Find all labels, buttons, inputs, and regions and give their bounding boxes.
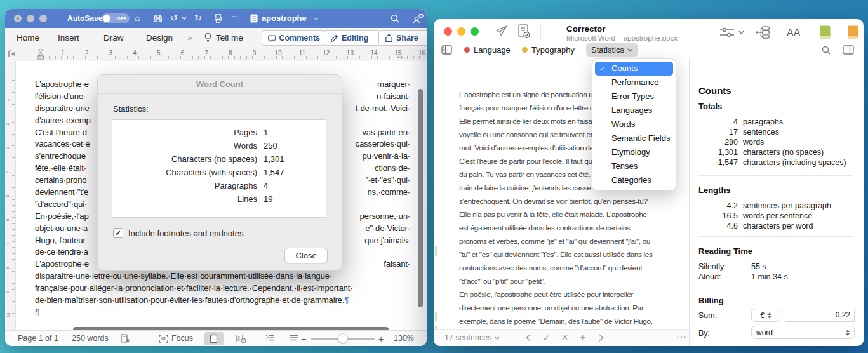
- reject-icon[interactable]: ×: [562, 332, 568, 343]
- focus-label[interactable]: Focus: [171, 334, 193, 343]
- undo-icon[interactable]: ↺: [170, 12, 178, 23]
- sidebar-right-icon[interactable]: [843, 45, 854, 55]
- tab-design[interactable]: Design: [146, 33, 173, 43]
- proofing-icon[interactable]: [121, 334, 130, 343]
- filters-chevron-icon[interactable]: [738, 30, 744, 35]
- view-print-layout-icon[interactable]: [210, 334, 218, 343]
- zoom-button[interactable]: [471, 27, 479, 36]
- panel-title: Counts: [698, 85, 731, 96]
- view-draft-icon[interactable]: [290, 335, 299, 342]
- zoom-slider-knob[interactable]: [338, 333, 348, 343]
- zoom-button[interactable]: [39, 15, 47, 22]
- statistics-label: Statistics:: [113, 104, 149, 114]
- tab-language[interactable]: Language: [474, 45, 511, 55]
- close-dialog-button[interactable]: Close: [284, 248, 328, 263]
- zoom-out-icon[interactable]: −: [301, 334, 306, 344]
- word-window: AutoSave OFF ⌂ ↺ ↻ ··· apostrophe: [5, 9, 427, 346]
- zoom-in-icon[interactable]: +: [378, 334, 384, 344]
- next-icon[interactable]: [599, 334, 604, 342]
- checkbox-check-icon[interactable]: ✓: [113, 228, 123, 238]
- menu-item-error-types[interactable]: Error Types: [595, 90, 673, 103]
- autosave-toggle[interactable]: OFF: [102, 13, 130, 23]
- divider: [698, 286, 853, 286]
- menu-item-counts[interactable]: ✓Counts: [595, 62, 673, 76]
- chevron-down-icon: [495, 336, 500, 340]
- share-button[interactable]: Share: [378, 30, 427, 46]
- minimize-button[interactable]: [27, 15, 34, 22]
- reading-time-rows: Silently:55 sAloud:1 min 34 s: [698, 262, 788, 282]
- filters-icon[interactable]: [719, 27, 735, 38]
- search-icon[interactable]: [821, 45, 831, 55]
- editing-button[interactable]: Editing: [324, 30, 381, 46]
- tab-selector-icon[interactable]: [8, 50, 15, 58]
- home-icon[interactable]: ⌂: [135, 12, 140, 23]
- add-icon[interactable]: +: [580, 332, 585, 343]
- undo-chevron-icon[interactable]: [182, 17, 187, 20]
- focus-icon[interactable]: [159, 335, 168, 343]
- typography-dot-icon: [522, 47, 528, 53]
- view-outline-icon[interactable]: [265, 335, 275, 342]
- close-button[interactable]: [14, 15, 22, 22]
- tab-statistics[interactable]: Statistics: [586, 43, 638, 57]
- more-toolbar-icon[interactable]: ···: [231, 10, 238, 22]
- vertical-ruler: 12345678910: [5, 61, 16, 330]
- ruler-number: 10: [275, 50, 282, 57]
- send-icon[interactable]: [495, 25, 508, 38]
- more-icon[interactable]: ···: [676, 331, 687, 342]
- connected-document: Microsoft Word – apostrophe.docx: [566, 34, 678, 42]
- vertical-scrollbar[interactable]: [418, 89, 423, 307]
- menu-item-tenses[interactable]: Tenses: [595, 159, 673, 173]
- horizontal-ruler[interactable]: 12345678910111213141516: [5, 48, 427, 62]
- menu-item-etymology[interactable]: Etymology: [595, 145, 673, 159]
- ruler-number: 7: [5, 243, 10, 245]
- search-icon[interactable]: [390, 13, 400, 23]
- tab-home[interactable]: Home: [17, 33, 39, 43]
- menu-item-languages[interactable]: Languages: [595, 103, 673, 117]
- text-size-icon[interactable]: AA: [787, 27, 800, 39]
- save-icon[interactable]: [154, 14, 163, 23]
- right-indent-marker[interactable]: [396, 53, 404, 59]
- document-title[interactable]: apostrophe: [262, 13, 307, 23]
- share-presence-icon[interactable]: [413, 13, 424, 23]
- first-line-indent-marker[interactable]: [37, 49, 44, 60]
- tab-draw[interactable]: Draw: [103, 33, 124, 43]
- sentence-count-dropdown[interactable]: 17 sentences: [444, 333, 500, 342]
- zoom-level[interactable]: 130%: [394, 334, 414, 343]
- word-count-dialog: Word Count Statistics: Pages1Words250Cha…: [97, 74, 342, 271]
- sum-input[interactable]: 0.22: [785, 309, 855, 322]
- autosave-label: AutoSave: [67, 14, 102, 23]
- minimize-button[interactable]: [457, 27, 465, 36]
- structure-icon[interactable]: [755, 25, 771, 40]
- redo-icon[interactable]: ↻: [194, 12, 202, 23]
- menu-item-categories[interactable]: Categories: [595, 173, 673, 187]
- tabs-overflow-icon[interactable]: »: [187, 33, 192, 43]
- green-book-icon[interactable]: [820, 25, 831, 39]
- page-indicator[interactable]: Page 1 of 1: [18, 334, 58, 343]
- menu-item-performance[interactable]: Performance: [595, 76, 673, 90]
- sidebar-left-icon[interactable]: [441, 45, 452, 55]
- by-value: word: [756, 328, 773, 337]
- word-count-row: Characters (no spaces)1,301: [112, 154, 326, 168]
- menu-check-icon: ✓: [599, 62, 605, 76]
- comments-button[interactable]: Comments: [262, 30, 326, 46]
- ruler-number: 7: [204, 50, 208, 57]
- statistics-box: Pages1Words250Characters (no spaces)1,30…: [112, 119, 326, 218]
- footnotes-checkbox[interactable]: ✓ Include footnotes and endnotes: [113, 228, 243, 238]
- menu-item-words[interactable]: Words: [595, 117, 673, 131]
- title-chevron-icon[interactable]: [314, 17, 319, 21]
- word-count-indicator[interactable]: 250 words: [72, 334, 109, 343]
- view-immersive-icon[interactable]: [236, 334, 246, 343]
- by-select[interactable]: word: [751, 326, 855, 339]
- document-area[interactable]: 12345678910 L'apostrophe·emarquer·l'élis…: [5, 61, 427, 330]
- orange-book-icon[interactable]: [848, 25, 858, 39]
- tellme-label[interactable]: Tell me: [216, 33, 243, 43]
- document-check-icon[interactable]: [516, 23, 531, 39]
- menu-item-semantic-fields[interactable]: Semantic Fields: [595, 131, 673, 145]
- tab-typography[interactable]: Typography: [531, 45, 575, 55]
- accept-icon[interactable]: ✓: [543, 333, 551, 343]
- previous-icon[interactable]: [526, 334, 531, 342]
- currency-select[interactable]: €: [751, 309, 780, 322]
- tab-insert[interactable]: Insert: [58, 33, 79, 43]
- close-button[interactable]: [444, 27, 452, 36]
- print-icon[interactable]: [213, 14, 223, 23]
